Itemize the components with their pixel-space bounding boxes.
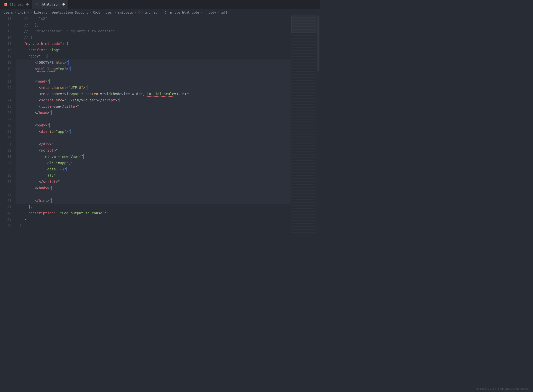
code-line[interactable]: " el: "#app"," bbox=[16, 160, 291, 166]
text-cursor bbox=[56, 173, 56, 178]
code-line[interactable]: " <script>" bbox=[16, 147, 291, 154]
code-line[interactable]: "</html>" bbox=[16, 198, 291, 204]
line-number: 25 bbox=[0, 103, 12, 110]
chevron-right-icon: › bbox=[102, 11, 104, 14]
breadcrumb-item[interactable]: [ ]body bbox=[204, 11, 216, 14]
code-line[interactable]: "prefix": "log", bbox=[16, 47, 291, 53]
svg-text:{ }: { } bbox=[138, 11, 142, 14]
minimap[interactable] bbox=[291, 16, 316, 235]
line-number: 33 bbox=[0, 154, 12, 160]
code-line[interactable]: " });" bbox=[16, 172, 291, 179]
line-number: 23 bbox=[0, 91, 12, 97]
code-line[interactable]: " </div>" bbox=[16, 141, 291, 147]
code-line[interactable]: "<html lang="en">" bbox=[16, 66, 291, 72]
chevron-right-icon: › bbox=[31, 11, 33, 14]
minimap-canvas bbox=[291, 16, 316, 235]
tab-label: 01.html bbox=[10, 3, 23, 6]
brackets-icon: [ ] bbox=[204, 11, 208, 14]
line-number: 43 bbox=[0, 216, 12, 223]
text-cursor bbox=[58, 148, 58, 153]
code-line[interactable]: } bbox=[16, 216, 291, 223]
svg-text:[ ]: [ ] bbox=[204, 11, 208, 14]
code-line[interactable]: "<body>" bbox=[16, 122, 291, 128]
line-number: 41 bbox=[0, 204, 12, 210]
code-line[interactable]: "</head>" bbox=[16, 110, 291, 116]
code-line[interactable]: // } bbox=[16, 34, 291, 41]
breadcrumb-item[interactable]: User bbox=[105, 11, 113, 14]
text-cursor bbox=[79, 104, 79, 109]
code-line[interactable]: // "description": "Log output to console… bbox=[16, 28, 291, 34]
code-line[interactable]: "</body>" bbox=[16, 185, 291, 191]
html5-icon bbox=[4, 3, 8, 7]
line-number: 14 bbox=[0, 34, 12, 41]
tab-01-html[interactable]: 01.html bbox=[0, 0, 32, 9]
code-line[interactable]: "<!DOCTYPE html>" bbox=[16, 59, 291, 66]
breadcrumb-label: html.json bbox=[143, 11, 160, 14]
line-number: 40 bbox=[0, 198, 12, 204]
text-cursor bbox=[73, 161, 73, 165]
line-number: 19 bbox=[0, 66, 12, 72]
line-number: 24 bbox=[0, 97, 12, 103]
chevron-right-icon: › bbox=[218, 11, 220, 14]
text-cursor bbox=[189, 92, 189, 96]
breadcrumb-label: Users bbox=[4, 11, 13, 14]
code-line[interactable]: " <meta charset="UTF-8">" bbox=[16, 85, 291, 91]
code-line[interactable]: " </script>" bbox=[16, 179, 291, 185]
breadcrumb-item[interactable]: { }html.json bbox=[138, 11, 160, 14]
code-line[interactable]: ], bbox=[16, 204, 291, 210]
text-cursor bbox=[49, 79, 50, 84]
chevron-right-icon: › bbox=[135, 11, 137, 14]
breadcrumb-item[interactable]: Code bbox=[93, 11, 101, 14]
code-line[interactable] bbox=[16, 72, 291, 78]
breadcrumb-item[interactable]: abc0 bbox=[221, 11, 228, 14]
code-editor[interactable]: 1112131415161718192021222324252627282930… bbox=[0, 16, 320, 235]
code-line[interactable]: // "$2" bbox=[16, 16, 291, 22]
breadcrumb-item[interactable]: zhbink bbox=[18, 11, 29, 14]
tab-html-json[interactable]: { }html.json bbox=[32, 0, 69, 9]
breadcrumb-label: my vue html code bbox=[169, 11, 199, 14]
code-line[interactable]: " <meta name="viewport" content="width=d… bbox=[16, 91, 291, 97]
text-cursor bbox=[66, 167, 66, 171]
code-line[interactable]: " data: {}" bbox=[16, 166, 291, 172]
line-number: 12 bbox=[0, 22, 12, 28]
breadcrumb: Users›zhbink›Library›Application Support… bbox=[0, 9, 320, 16]
code-line[interactable]: "<head>" bbox=[16, 78, 291, 85]
code-line[interactable] bbox=[16, 191, 291, 198]
breadcrumb-item[interactable]: snippets bbox=[118, 11, 133, 14]
breadcrumb-label: User bbox=[105, 11, 113, 14]
line-number: 11 bbox=[0, 16, 12, 22]
code-content[interactable]: // "$2" // ], // "description": "Log out… bbox=[16, 16, 291, 235]
breadcrumb-item[interactable]: Library bbox=[34, 11, 47, 14]
abc-icon: abc bbox=[221, 11, 225, 14]
text-cursor bbox=[54, 142, 54, 146]
code-line[interactable]: " <div id="app">" bbox=[16, 128, 291, 135]
minimap-viewport[interactable] bbox=[291, 16, 316, 33]
code-line[interactable] bbox=[16, 135, 291, 141]
line-number: 37 bbox=[0, 179, 12, 185]
vertical-scrollbar[interactable] bbox=[316, 16, 320, 235]
editor-window: 01.html{ }html.json Users›zhbink›Library… bbox=[0, 0, 320, 235]
code-line[interactable] bbox=[16, 116, 291, 122]
scrollbar-thumb[interactable] bbox=[317, 16, 319, 71]
code-line[interactable]: " <title>vue</title>" bbox=[16, 103, 291, 110]
breadcrumb-item[interactable]: { }my vue html code bbox=[164, 11, 199, 14]
code-line[interactable]: // ], bbox=[16, 22, 291, 28]
line-number: 16 bbox=[0, 47, 12, 53]
code-line[interactable]: "description": "Log output to console" bbox=[16, 210, 291, 216]
code-line[interactable]: "body": [ bbox=[16, 53, 291, 59]
line-number: 38 bbox=[0, 185, 12, 191]
tab-label: html.json bbox=[42, 3, 59, 6]
breadcrumb-label: zhbink bbox=[18, 11, 29, 14]
text-cursor bbox=[47, 54, 47, 58]
line-number: 27 bbox=[0, 116, 12, 122]
breadcrumb-item[interactable]: Users bbox=[4, 11, 13, 14]
code-line[interactable]: "my vue html code": { bbox=[16, 41, 291, 47]
line-number: 44 bbox=[0, 223, 12, 229]
chevron-right-icon: › bbox=[49, 11, 51, 14]
breadcrumb-item[interactable]: Application Support bbox=[52, 11, 88, 14]
code-line[interactable]: } bbox=[16, 223, 291, 229]
text-cursor bbox=[71, 67, 71, 71]
code-line[interactable]: " let vm = new Vue({" bbox=[16, 154, 291, 160]
code-line[interactable]: " <script src="../lib/vue.js"></script>" bbox=[16, 97, 291, 103]
line-number: 13 bbox=[0, 28, 12, 34]
